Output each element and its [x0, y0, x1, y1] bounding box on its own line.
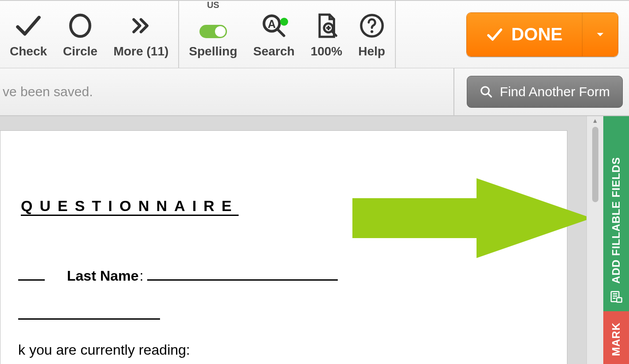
- zoom-page-icon: [313, 10, 340, 42]
- caret-down-icon: [595, 30, 605, 39]
- svg-text:A: A: [268, 18, 276, 30]
- search-button[interactable]: A Search: [245, 1, 302, 68]
- svg-rect-9: [617, 298, 621, 302]
- mark-label: MARK: [610, 322, 622, 356]
- scroll-thumb[interactable]: [592, 127, 598, 202]
- check-label: Check: [10, 44, 47, 59]
- side-tabs: ADD FILLABLE FIELDS MARK: [603, 116, 629, 364]
- done-label: DONE: [511, 24, 563, 44]
- help-label: Help: [358, 44, 385, 59]
- add-fields-label: ADD FILLABLE FIELDS: [610, 157, 622, 284]
- more-button[interactable]: More (11): [105, 1, 176, 68]
- doc-title: QUESTIONNAIRE: [21, 197, 549, 215]
- find-form-label: Find Another Form: [500, 84, 610, 99]
- main-toolbar: Check Circle More (11) US Spelling A: [0, 0, 629, 68]
- zoom-button[interactable]: 100%: [303, 1, 351, 68]
- search-label: Search: [253, 44, 294, 59]
- add-fillable-fields-tab[interactable]: ADD FILLABLE FIELDS: [603, 116, 629, 311]
- double-chevron-right-icon: [129, 10, 153, 42]
- more-label: More (11): [113, 44, 168, 59]
- spelling-button[interactable]: US Spelling: [181, 1, 245, 68]
- spelling-locale: US: [207, 0, 219, 10]
- help-icon: [359, 10, 385, 42]
- reading-text: k you are currently reading:: [18, 342, 549, 358]
- check-white-icon: [486, 26, 503, 43]
- circle-icon: [67, 10, 93, 42]
- document-viewport[interactable]: QUESTIONNAIRE Last Name: k you are curre…: [0, 116, 586, 364]
- svg-point-0: [70, 15, 90, 36]
- lastname-field[interactable]: [147, 268, 338, 281]
- search-white-icon: [480, 85, 493, 98]
- scroll-up-icon[interactable]: ▲: [592, 117, 598, 124]
- blank-field-left[interactable]: [18, 268, 45, 281]
- circle-label: Circle: [63, 44, 98, 59]
- done-dropdown[interactable]: [582, 13, 618, 56]
- check-button[interactable]: Check: [2, 1, 55, 68]
- status-dot-icon: [280, 18, 288, 26]
- svg-point-5: [370, 30, 373, 33]
- toggle-icon: [199, 10, 227, 42]
- status-bar: ve been saved. Find Another Form: [0, 68, 629, 116]
- scrollbar-vertical[interactable]: ▲: [586, 116, 603, 364]
- document-page[interactable]: QUESTIONNAIRE Last Name: k you are curre…: [0, 130, 567, 364]
- zoom-label: 100%: [311, 44, 343, 59]
- lastname-row: Last Name:: [18, 268, 549, 284]
- form-fields-icon: [609, 290, 623, 303]
- done-button[interactable]: DONE: [467, 13, 582, 56]
- help-button[interactable]: Help: [350, 1, 393, 68]
- circle-button[interactable]: Circle: [55, 1, 105, 68]
- search-icon: A: [261, 10, 287, 42]
- find-form-button[interactable]: Find Another Form: [467, 76, 623, 108]
- toolbar-group-tools: US Spelling A Search 100% Help: [179, 1, 396, 68]
- done-button-group: DONE: [466, 12, 618, 57]
- blank-field-line2[interactable]: [18, 315, 160, 320]
- lastname-label: Last Name: [67, 268, 139, 284]
- workspace: QUESTIONNAIRE Last Name: k you are curre…: [0, 116, 629, 364]
- toolbar-group-annotate: Check Circle More (11): [0, 1, 179, 68]
- done-wrap: DONE: [462, 1, 629, 68]
- check-icon: [14, 10, 43, 42]
- saved-message: ve been saved.: [0, 84, 453, 99]
- spelling-toggle[interactable]: [199, 25, 227, 38]
- spelling-label: Spelling: [189, 44, 237, 59]
- mark-tab[interactable]: MARK: [603, 311, 629, 364]
